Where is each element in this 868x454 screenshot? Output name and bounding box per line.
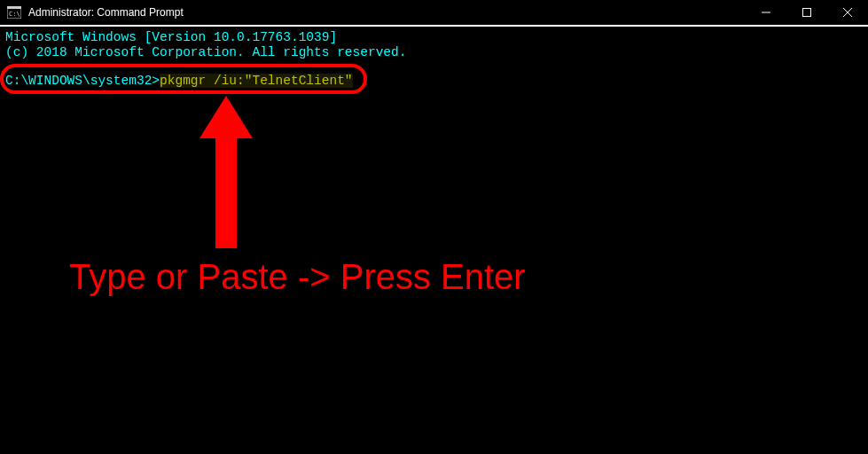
cmd-icon: C:\ [7, 5, 21, 20]
prompt-path: C:\WINDOWS\system32> [5, 74, 160, 88]
titlebar[interactable]: C:\ Administrator: Command Prompt [0, 0, 868, 27]
window-controls [746, 0, 868, 25]
annotation-arrow-icon [199, 96, 253, 248]
svg-text:C:\: C:\ [9, 11, 20, 18]
terminal-area[interactable]: Microsoft Windows [Version 10.0.17763.10… [0, 27, 868, 92]
svg-rect-1 [7, 6, 21, 9]
minimize-button[interactable] [746, 0, 786, 25]
close-button[interactable] [827, 0, 868, 25]
copyright-line: (c) 2018 Microsoft Corporation. All righ… [5, 45, 863, 60]
svg-marker-7 [199, 96, 253, 248]
annotation-text: Type or Paste -> Press Enter [69, 257, 526, 297]
prompt-line: C:\WINDOWS\system32>pkgmgr /iu:"TelnetCl… [5, 74, 863, 89]
maximize-button[interactable] [786, 0, 827, 25]
command-text: pkgmgr /iu:"TelnetClient" [160, 74, 353, 88]
version-line: Microsoft Windows [Version 10.0.17763.10… [5, 30, 863, 45]
window-title: Administrator: Command Prompt [27, 6, 746, 19]
svg-rect-4 [803, 9, 811, 17]
